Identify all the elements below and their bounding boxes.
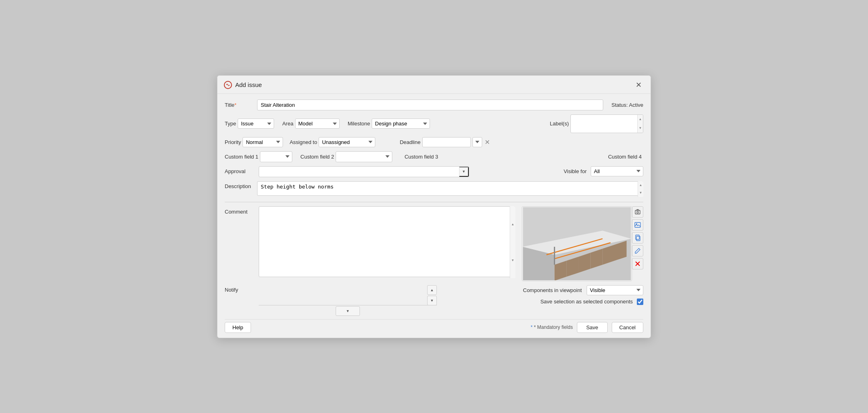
approval-dropdown: ▼ bbox=[259, 166, 469, 177]
custom-field-3-label: Custom field 3 bbox=[404, 154, 438, 160]
components-select[interactable]: Visible All Selected bbox=[587, 285, 643, 295]
notify-scroll-down-wrap: ▼ bbox=[259, 306, 437, 316]
labels-scroll: ▲ ▼ bbox=[637, 115, 643, 133]
approval-row: Approval ▼ Visible for All Admins Team bbox=[225, 166, 643, 177]
save-selection-row: Save selection as selected components bbox=[523, 299, 643, 305]
approval-dropdown-button[interactable]: ▼ bbox=[459, 167, 469, 177]
save-selection-label: Save selection as selected components bbox=[540, 299, 633, 305]
section-divider bbox=[225, 202, 643, 202]
help-button[interactable]: Help bbox=[225, 322, 251, 333]
milestone-select[interactable]: Design phase Construction phase Handover bbox=[372, 119, 430, 129]
dialog-title: Add issue bbox=[224, 81, 262, 89]
labels-box: ▲ ▼ bbox=[570, 114, 643, 133]
add-issue-dialog: Add issue ✕ Title* Status: Active Type I… bbox=[217, 75, 651, 338]
svg-rect-20 bbox=[635, 210, 640, 214]
visible-for-select[interactable]: All Admins Team bbox=[591, 166, 643, 176]
comment-scroll-up[interactable]: ▲ bbox=[510, 206, 515, 242]
stair-image bbox=[522, 207, 632, 281]
edit-image-button[interactable] bbox=[632, 245, 643, 256]
delete-image-button[interactable] bbox=[632, 258, 643, 269]
custom-field-1-select[interactable] bbox=[260, 151, 292, 162]
visible-for-group: Visible for All Admins Team bbox=[564, 166, 643, 176]
components-row: Components in viewpoint Visible All Sele… bbox=[523, 285, 643, 295]
dialog-title-text: Add issue bbox=[235, 81, 262, 88]
notify-section: Notify ▲ ▼ ▼ bbox=[225, 285, 523, 316]
image-section bbox=[522, 206, 643, 281]
labels-label: Label(s) bbox=[550, 121, 569, 127]
visible-for-label: Visible for bbox=[564, 168, 587, 174]
labels-scroll-down[interactable]: ▼ bbox=[638, 124, 643, 133]
description-row: Description Step height below norms ▲ ▼ bbox=[225, 181, 643, 197]
svg-rect-24 bbox=[636, 235, 639, 239]
load-image-button[interactable] bbox=[632, 219, 643, 231]
title-input[interactable] bbox=[257, 100, 603, 110]
comment-textarea[interactable] bbox=[259, 206, 515, 277]
components-section: Components in viewpoint Visible All Sele… bbox=[523, 285, 643, 305]
close-button[interactable]: ✕ bbox=[633, 80, 644, 90]
desc-scroll-up[interactable]: ▲ bbox=[638, 181, 643, 189]
description-scroll: ▲ ▼ bbox=[638, 181, 643, 197]
approval-label: Approval bbox=[225, 166, 257, 174]
deadline-input[interactable] bbox=[422, 137, 471, 147]
footer-row: Help * * Mandatory fields Save Cancel bbox=[225, 319, 643, 334]
custom-field-4-label: Custom field 4 bbox=[608, 154, 642, 160]
cancel-button[interactable]: Cancel bbox=[612, 322, 643, 333]
image-icon bbox=[634, 222, 641, 228]
copy-image-button[interactable] bbox=[632, 232, 643, 244]
notify-dropdown[interactable]: ▼ bbox=[427, 296, 437, 305]
deadline-dropdown[interactable] bbox=[472, 137, 482, 147]
comment-wrap: ▲ ▼ bbox=[259, 206, 515, 278]
description-textarea[interactable]: Step height below norms bbox=[257, 181, 643, 196]
description-input-wrap: Step height below norms ▲ ▼ bbox=[257, 181, 643, 197]
notify-label: Notify bbox=[225, 285, 257, 293]
notify-buttons: ▲ ▼ bbox=[427, 285, 437, 305]
priority-select[interactable]: Normal High Low Critical bbox=[243, 137, 283, 147]
notify-components-row: Notify ▲ ▼ ▼ Components in view bbox=[225, 285, 643, 316]
pencil-icon bbox=[634, 248, 641, 254]
notify-scroll-up[interactable]: ▲ bbox=[427, 285, 437, 295]
custom-fields-row: Custom field 1 Custom field 2 Custom fie… bbox=[225, 151, 643, 162]
deadline-label: Deadline bbox=[400, 139, 420, 145]
assigned-select[interactable]: Unassigned John Doe Jane Smith bbox=[319, 137, 375, 147]
notify-bottom-scroll[interactable]: ▼ bbox=[336, 306, 360, 316]
type-label: Type bbox=[225, 121, 236, 127]
status-text: Status: Active bbox=[603, 102, 643, 108]
dialog-body: Title* Status: Active Type Issue Request… bbox=[217, 94, 651, 338]
comment-scroll-down[interactable]: ▼ bbox=[510, 242, 515, 278]
custom-field-2-select[interactable] bbox=[336, 151, 392, 162]
image-tools bbox=[632, 206, 643, 269]
footer-right: * * Mandatory fields Save Cancel bbox=[531, 322, 643, 333]
comment-section: Comment ▲ ▼ bbox=[225, 206, 515, 281]
notify-field-wrap: ▲ ▼ ▼ bbox=[259, 285, 437, 316]
type-select[interactable]: Issue Request Task bbox=[238, 119, 274, 129]
save-selection-checkbox[interactable] bbox=[637, 299, 643, 305]
mandatory-note: * * Mandatory fields bbox=[531, 324, 573, 330]
app-logo-icon bbox=[224, 81, 232, 89]
title-row: Title* Status: Active bbox=[225, 100, 643, 110]
area-select[interactable]: Model Architecture Structure bbox=[295, 119, 340, 129]
deadline-group: ✕ bbox=[422, 137, 491, 147]
bottom-section: Comment ▲ ▼ bbox=[225, 206, 643, 281]
screenshot-button[interactable] bbox=[632, 206, 643, 218]
type-area-milestone-row: Type Issue Request Task Area Model Archi… bbox=[225, 114, 643, 133]
components-label: Components in viewpoint bbox=[523, 287, 582, 293]
assigned-label: Assigned to bbox=[289, 139, 317, 145]
description-label: Description bbox=[225, 181, 257, 189]
milestone-label: Milestone bbox=[348, 121, 370, 127]
deadline-clear-button[interactable]: ✕ bbox=[484, 138, 491, 146]
comment-label: Comment bbox=[225, 206, 257, 215]
svg-point-21 bbox=[637, 211, 638, 213]
title-label: Title* bbox=[225, 102, 257, 108]
camera-icon bbox=[634, 209, 641, 215]
dialog-header: Add issue ✕ bbox=[217, 76, 651, 94]
priority-assigned-deadline-row: Priority Normal High Low Critical Assign… bbox=[225, 137, 643, 147]
desc-scroll-down[interactable]: ▼ bbox=[638, 189, 643, 197]
labels-scroll-up[interactable]: ▲ bbox=[638, 115, 643, 124]
area-label: Area bbox=[282, 121, 293, 127]
save-button[interactable]: Save bbox=[577, 322, 608, 333]
custom-field-1-label: Custom field 1 bbox=[225, 154, 258, 160]
image-preview bbox=[522, 206, 632, 281]
comment-scroll: ▲ ▼ bbox=[510, 206, 515, 278]
copy-icon bbox=[634, 235, 641, 241]
delete-icon bbox=[634, 261, 641, 267]
